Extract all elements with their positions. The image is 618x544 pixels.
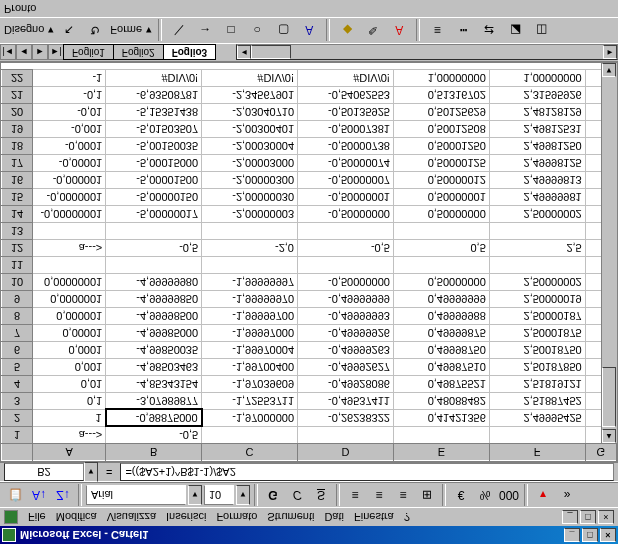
row-header[interactable]: 11	[2, 257, 33, 274]
cell[interactable]: -0,49999926	[298, 325, 394, 342]
font-size-selector[interactable]: 10	[204, 485, 234, 505]
cell[interactable]: #DIV/0!	[202, 70, 298, 87]
wordart-button[interactable]: A	[298, 20, 320, 42]
cell[interactable]: -0,01	[33, 104, 106, 121]
menu-view[interactable]: Visualizza	[107, 511, 156, 523]
cell[interactable]: 0,01	[33, 376, 106, 393]
cell[interactable]: -1	[33, 70, 106, 87]
sort-asc-button[interactable]: A↓	[28, 484, 50, 506]
cell[interactable]: -0,5	[298, 240, 394, 257]
cell[interactable]: -0,49537411	[298, 393, 394, 410]
cell[interactable]: -0,0000001	[33, 189, 106, 206]
textbox-button[interactable]: ▢	[272, 20, 294, 42]
row-header[interactable]: 5	[2, 359, 33, 376]
cell[interactable]: -2,00000030	[202, 189, 298, 206]
row-header[interactable]: 18	[2, 138, 33, 155]
row-header[interactable]: 14	[2, 206, 33, 223]
cell[interactable]: -4,99850035	[106, 342, 202, 359]
autoshapes-label[interactable]: Forme	[110, 25, 142, 37]
align-left-button[interactable]: ≡	[344, 484, 366, 506]
cell[interactable]: 0,48088482	[393, 393, 489, 410]
line-color-button[interactable]: ✎	[362, 20, 384, 42]
cell[interactable]: -0,49999999	[298, 291, 394, 308]
cell[interactable]: -2,00300401	[202, 121, 298, 138]
row-header[interactable]: 10	[2, 274, 33, 291]
arrow-style-button[interactable]: ⇄	[478, 20, 500, 42]
cell[interactable]: -3,07989877	[106, 393, 202, 410]
doc-maximize-button[interactable]: □	[580, 510, 596, 524]
cell[interactable]: 2,51819121	[489, 376, 585, 393]
cell[interactable]	[489, 257, 585, 274]
row-header[interactable]: 4	[2, 376, 33, 393]
shapes-dropdown-icon[interactable]: ▾	[146, 24, 152, 37]
cell[interactable]: 2,49999813	[489, 172, 585, 189]
font-color-button[interactable]: A	[388, 20, 410, 42]
cell[interactable]: -2,03040710	[202, 104, 298, 121]
cell[interactable]: 1,00000000	[393, 70, 489, 87]
cell[interactable]: -0,50007381	[298, 121, 394, 138]
menu-tools[interactable]: Strumenti	[267, 511, 314, 523]
sort-desc-button[interactable]: Z↓	[52, 484, 74, 506]
oval-button[interactable]: ○	[246, 20, 268, 42]
italic-button[interactable]: C	[286, 484, 308, 506]
cell[interactable]: -0,50000001	[298, 189, 394, 206]
cell[interactable]: 2,50000019	[489, 291, 585, 308]
doc-close-button[interactable]: ×	[598, 510, 614, 524]
vertical-scrollbar[interactable]: ▲ ▼	[601, 63, 617, 443]
font-dropdown-icon[interactable]: ▼	[188, 485, 202, 505]
row-header[interactable]: 20	[2, 104, 33, 121]
cell[interactable]: 2,49995425	[489, 410, 585, 427]
cell[interactable]: 0,0000001	[33, 291, 106, 308]
cell[interactable]: 0,50000001	[393, 189, 489, 206]
row-header[interactable]: 13	[2, 223, 33, 240]
cell[interactable]: -5,00001500	[106, 172, 202, 189]
comma-button[interactable]: 000	[498, 484, 520, 506]
cell[interactable]	[106, 223, 202, 240]
cell[interactable]: 0,49999988	[393, 308, 489, 325]
cell[interactable]: 2,50000002	[489, 206, 585, 223]
underline-button[interactable]: S	[310, 484, 332, 506]
close-button[interactable]: ×	[600, 528, 616, 542]
cell[interactable]	[202, 257, 298, 274]
name-box[interactable]: B2	[4, 463, 84, 481]
cell[interactable]: -0,50000074	[298, 155, 394, 172]
tab-next-button[interactable]: ►	[32, 45, 48, 61]
cell[interactable]	[489, 223, 585, 240]
row-header[interactable]: 21	[2, 87, 33, 104]
cell[interactable]: 0,50000012	[393, 172, 489, 189]
size-dropdown-icon[interactable]: ▼	[236, 485, 250, 505]
cell[interactable]: 0,49999875	[393, 325, 489, 342]
col-header-D[interactable]: D	[298, 444, 394, 461]
row-header[interactable]: 15	[2, 189, 33, 206]
row-header[interactable]: 3	[2, 393, 33, 410]
scroll-up-icon[interactable]: ▲	[602, 429, 616, 443]
cell[interactable]: -0,49999993	[298, 308, 394, 325]
cell[interactable]: -0,00000001	[33, 206, 106, 223]
cell[interactable]	[393, 257, 489, 274]
cell[interactable]: 0,49999999	[393, 291, 489, 308]
cell[interactable]: 0,50000000	[393, 274, 489, 291]
rectangle-button[interactable]: □	[220, 20, 242, 42]
cell[interactable]: 0,000001	[33, 308, 106, 325]
merge-button[interactable]: ⊞	[416, 484, 438, 506]
cell[interactable]: -0,50135925	[298, 104, 394, 121]
tab-first-button[interactable]: |◄	[0, 45, 16, 61]
cell[interactable]: -0,000001	[33, 172, 106, 189]
cell[interactable]: 0,50001250	[393, 138, 489, 155]
cell[interactable]: -1,99999700	[202, 308, 298, 325]
align-right-button[interactable]: ≡	[392, 484, 414, 506]
cell[interactable]: 0,50000000	[393, 206, 489, 223]
col-header-A[interactable]: A	[33, 444, 106, 461]
cell[interactable]	[393, 427, 489, 444]
sheet-tab-2[interactable]: Foglio2	[113, 45, 164, 61]
col-header-C[interactable]: C	[202, 444, 298, 461]
maximize-button[interactable]: □	[582, 528, 598, 542]
cell[interactable]: -0,50000000	[298, 274, 394, 291]
scroll-down-icon[interactable]: ▼	[602, 63, 616, 77]
menu-window[interactable]: Finestra	[354, 511, 394, 523]
cell[interactable]: -0,54062553	[298, 87, 394, 104]
namebox-dropdown-icon[interactable]: ▼	[84, 462, 98, 482]
cell[interactable]: -5,01503507	[106, 121, 202, 138]
cell[interactable]: -0,49999263	[298, 342, 394, 359]
dash-style-button[interactable]: ┅	[452, 20, 474, 42]
